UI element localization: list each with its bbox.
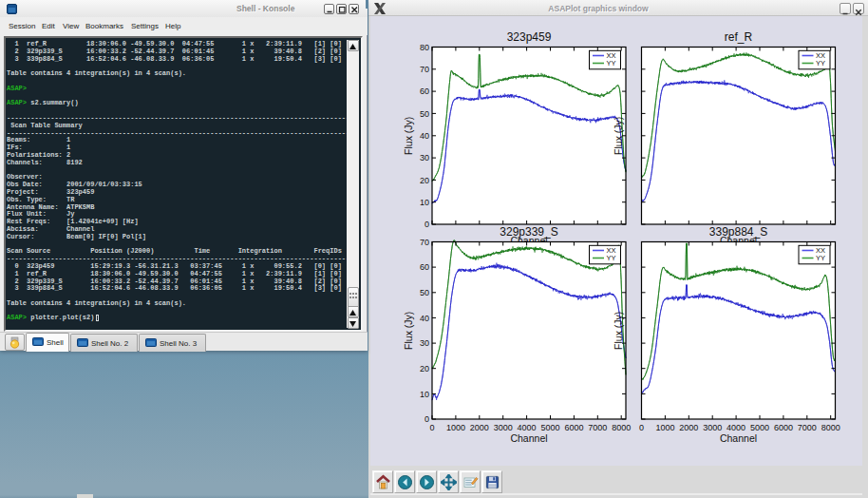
svg-text:3000: 3000 <box>494 423 513 432</box>
svg-text:0: 0 <box>639 423 644 432</box>
svg-text:5000: 5000 <box>750 423 769 432</box>
svg-text:6000: 6000 <box>564 423 583 432</box>
svg-text:329p339_S: 329p339_S <box>500 225 557 239</box>
svg-text:7000: 7000 <box>798 423 817 432</box>
svg-text:50: 50 <box>420 109 429 119</box>
svg-text:339p884_S: 339p884_S <box>709 225 767 239</box>
svg-text:YY: YY <box>816 254 825 262</box>
svg-text:Flux (Jy): Flux (Jy) <box>613 117 624 155</box>
svg-text:3000: 3000 <box>703 423 722 432</box>
svg-text:YY: YY <box>607 254 616 262</box>
svg-text:20: 20 <box>420 176 429 185</box>
svg-text:40: 40 <box>420 131 429 141</box>
svg-text:Flux (Jy): Flux (Jy) <box>404 312 415 350</box>
svg-text:2000: 2000 <box>679 423 698 432</box>
svg-text:70: 70 <box>420 65 429 74</box>
svg-text:Flux (Jy): Flux (Jy) <box>613 312 624 350</box>
svg-text:1000: 1000 <box>655 423 674 432</box>
svg-text:30: 30 <box>420 153 429 163</box>
svg-text:80: 80 <box>420 43 429 52</box>
svg-text:Flux (Jy): Flux (Jy) <box>404 117 415 155</box>
svg-text:20: 20 <box>420 364 429 374</box>
svg-text:70: 70 <box>420 238 429 247</box>
svg-text:8000: 8000 <box>821 423 840 432</box>
svg-text:0: 0 <box>425 414 429 424</box>
svg-text:8000: 8000 <box>612 423 631 432</box>
svg-text:40: 40 <box>420 314 429 323</box>
svg-text:Channel: Channel <box>510 432 547 444</box>
svg-text:Channel: Channel <box>720 432 757 444</box>
svg-text:1000: 1000 <box>446 423 465 432</box>
svg-text:ref_R: ref_R <box>725 30 753 44</box>
svg-text:4000: 4000 <box>518 423 537 432</box>
svg-text:2000: 2000 <box>470 423 489 432</box>
svg-text:60: 60 <box>420 86 429 96</box>
svg-text:4000: 4000 <box>726 423 745 432</box>
svg-text:50: 50 <box>420 288 429 297</box>
svg-text:YY: YY <box>607 59 616 67</box>
svg-text:10: 10 <box>420 390 429 399</box>
svg-text:60: 60 <box>420 262 429 272</box>
svg-text:7000: 7000 <box>588 423 607 432</box>
svg-text:0: 0 <box>429 423 434 432</box>
svg-text:YY: YY <box>816 59 825 67</box>
svg-text:30: 30 <box>420 338 429 348</box>
svg-text:323p459: 323p459 <box>507 30 552 44</box>
svg-text:5000: 5000 <box>540 423 559 432</box>
svg-text:10: 10 <box>420 198 429 207</box>
svg-text:0: 0 <box>425 220 429 229</box>
svg-text:6000: 6000 <box>774 423 793 432</box>
